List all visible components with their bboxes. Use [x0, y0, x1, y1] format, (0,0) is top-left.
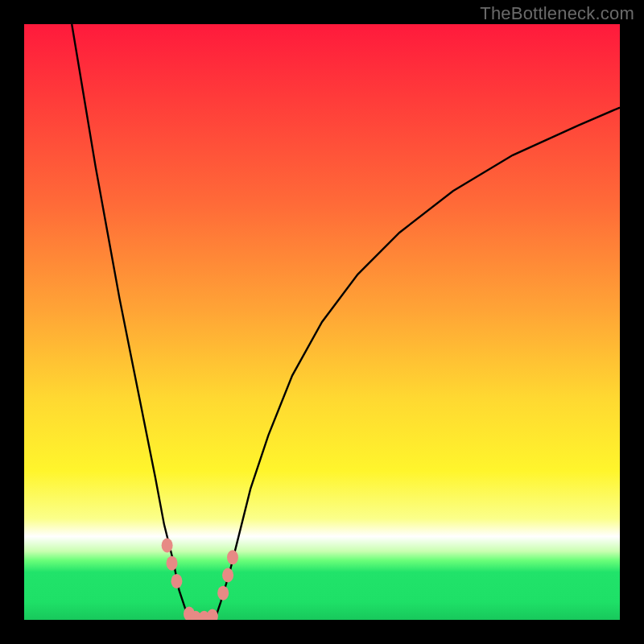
data-marker: [207, 609, 218, 620]
bottleneck-curve: [24, 24, 620, 620]
plot-area: [24, 24, 620, 620]
data-marker: [227, 550, 238, 564]
data-marker: [222, 568, 233, 583]
data-marker: [162, 539, 173, 553]
curve-path: [72, 24, 620, 620]
data-marker: [217, 586, 229, 601]
data-marker: [167, 556, 178, 571]
watermark-text: TheBottleneck.com: [480, 3, 634, 24]
chart-frame: TheBottleneck.com: [0, 0, 644, 644]
marker-group: [162, 539, 238, 621]
data-marker: [171, 574, 182, 588]
